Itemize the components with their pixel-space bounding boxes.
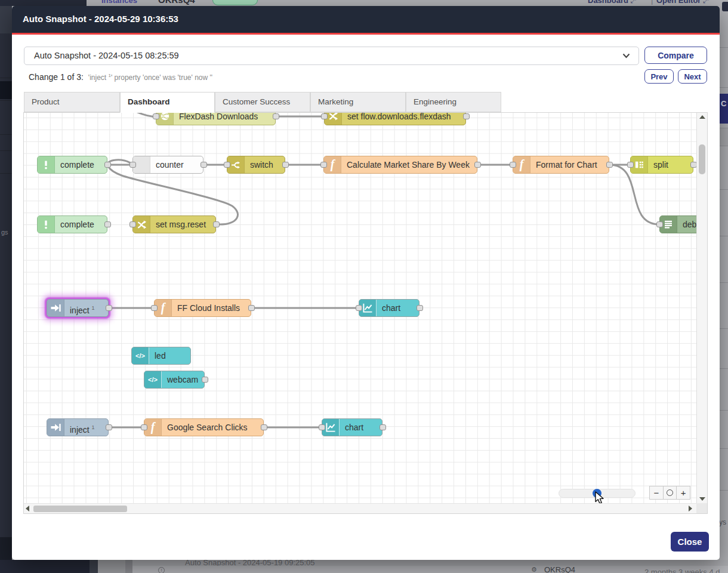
vertical-scrollbar[interactable] [696,113,707,503]
vertical-scroll-thumb[interactable] [699,144,705,174]
inject-icon [47,300,64,316]
scroll-left-arrow[interactable] [26,506,29,512]
scroll-up-arrow[interactable] [699,115,705,119]
external-link-icon: ⤢ [631,0,636,4]
horizontal-scroll-thumb[interactable] [33,506,127,512]
flow-node-label: FlexDash Downloads [179,113,258,125]
flow-node-chart-2[interactable]: chart [322,418,382,436]
code-icon: </> [144,371,162,388]
node-input-port[interactable] [321,113,328,119]
flow-node-counter[interactable]: counter [132,156,203,174]
flow-node-format-for-chart[interactable]: fFormat for Chart [513,156,609,174]
node-input-port[interactable] [627,162,634,168]
node-output-port[interactable] [200,162,207,168]
node-output-port[interactable] [690,162,697,168]
zoom-in-button[interactable]: + [676,486,690,500]
node-output-port[interactable] [248,305,255,311]
node-output-port[interactable] [282,162,289,168]
flow-wire [609,165,659,224]
scroll-right-arrow[interactable] [689,506,692,512]
flow-node-inject-2[interactable]: inject 1 [47,418,109,436]
node-output-port[interactable] [463,113,470,119]
flow-canvas[interactable]: − + FlexDash Downloadsset flow.downloads… [24,113,696,503]
node-input-port[interactable] [151,305,158,311]
change-detail: 'inject 1' property 'once' was 'true' no… [88,73,212,82]
flow-node-label: complete [60,156,94,173]
flow-node-label: Calculate Market Share By Week [347,156,470,173]
node-input-port[interactable] [510,162,516,168]
node-output-port[interactable] [474,162,481,168]
zoom-reset-button[interactable] [663,486,677,500]
flow-node-split[interactable]: split [630,156,693,174]
svg-text:f: f [151,421,156,434]
node-output-port[interactable] [273,113,279,119]
flow-node-complete-2[interactable]: complete [37,215,107,233]
close-button[interactable]: Close [671,532,709,552]
tab-dashboard[interactable]: Dashboard [120,92,215,113]
node-output-port[interactable] [380,424,386,430]
node-output-port[interactable] [104,221,111,227]
snapshot-select[interactable]: Auto Snapshot - 2024-05-15 08:25:59 [24,47,639,65]
flow-node-google-search-clicks[interactable]: fGoogle Search Clicks [144,418,264,436]
tab-engineering[interactable]: Engineering [406,92,501,112]
flow-node-calc-market-share[interactable]: fCalculate Market Share By Week [323,156,477,174]
excl-icon [38,156,55,173]
flow-node-complete-1[interactable]: complete [37,156,107,174]
flow-node-led[interactable]: </>led [131,347,191,365]
tab-product[interactable]: Product [24,92,120,112]
background-page-title: OKRsQ4 [158,0,195,5]
flow-node-debug[interactable]: debug [659,215,696,233]
node-input-port[interactable] [141,424,147,430]
node-output-port[interactable] [202,377,208,383]
flow-node-ff-cloud-installs[interactable]: fFF Cloud Installs [154,299,251,317]
compare-button[interactable]: Compare [644,47,707,64]
node-input-port[interactable] [320,162,327,168]
flow-node-switch[interactable]: switch [227,156,285,174]
flow-node-label: chart [382,300,400,316]
node-output-port[interactable] [104,162,111,168]
node-input-port[interactable] [224,162,230,168]
svg-text:</>: </> [148,376,158,383]
node-output-port[interactable] [261,424,267,430]
flow-node-label: led [155,347,166,364]
flow-node-label: inject 1 [70,300,95,319]
zoom-buttons: − + [650,486,692,500]
next-button[interactable]: Next [678,69,707,84]
zoom-out-button[interactable]: − [649,486,664,500]
flow-node-flexdash-downloads[interactable]: FlexDash Downloads [156,113,276,125]
inject-icon [47,419,64,436]
open-editor-link[interactable]: Open Editor ⤢ [656,0,708,5]
node-output-port[interactable] [213,221,220,227]
node-output-port[interactable] [106,305,112,311]
external-link-icon: ⤢ [703,0,708,4]
flow-node-chart-1[interactable]: chart [359,299,419,317]
tab-customer-success[interactable]: Customer Success [215,92,310,112]
node-input-port[interactable] [129,162,136,168]
tab-marketing[interactable]: Marketing [310,92,406,112]
node-input-port[interactable] [129,221,136,227]
svg-text:f: f [161,301,166,315]
node-input-port[interactable] [656,221,663,227]
node-input-port[interactable] [153,113,159,119]
flow-node-inject-1[interactable]: inject 1 [47,299,109,317]
prev-button[interactable]: Prev [644,69,674,84]
link-separator: | [651,0,653,5]
svg-text:f: f [331,158,336,171]
node-output-port[interactable] [417,305,423,311]
nav-instances-link[interactable]: Instances [101,0,137,5]
flow-node-label: counter [156,156,184,173]
background-topbar-dark [0,0,87,6]
snapshot-diff-dialog: Auto Snapshot - 2024-05-29 10:36:53 Auto… [12,6,720,560]
node-output-port[interactable] [106,424,112,430]
flow-node-set-msg-reset[interactable]: set msg.reset [132,215,216,233]
node-input-port[interactable] [319,424,325,430]
dashboard-link[interactable]: Dashboard ⤢ [588,0,636,5]
node-output-port[interactable] [606,162,613,168]
excl-icon [38,216,55,233]
dialog-accent-line [12,33,720,35]
flow-node-webcam[interactable]: </>webcam [144,371,205,389]
node-input-port[interactable] [356,305,362,311]
scroll-down-arrow[interactable] [699,497,705,501]
horizontal-scrollbar[interactable] [24,503,696,513]
flow-node-set-flow-downloads[interactable]: set flow.downloads.flexdash [324,113,466,125]
